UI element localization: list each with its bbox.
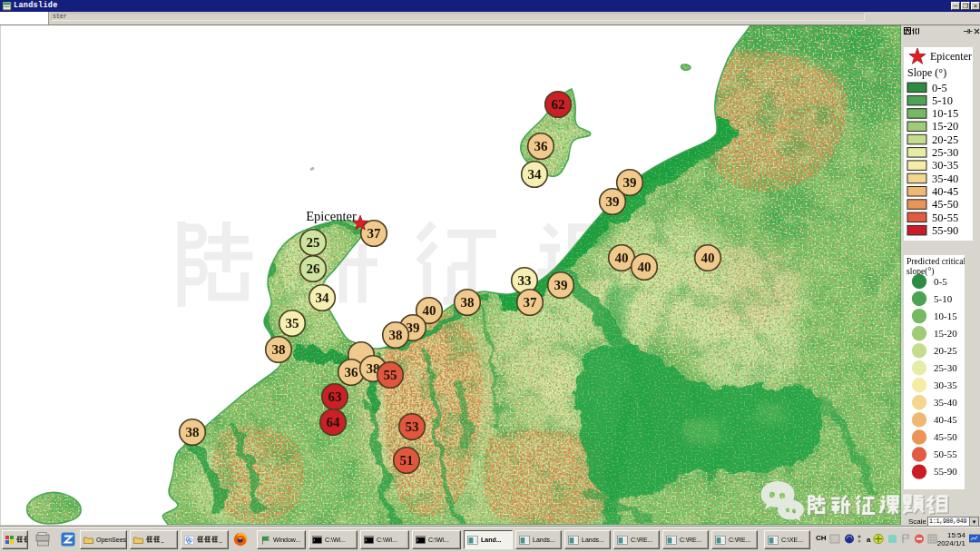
svg-text:20-25: 20-25 [934, 345, 957, 356]
svg-text:37: 37 [524, 295, 538, 310]
svg-text:39: 39 [606, 194, 620, 209]
svg-text:5-10: 5-10 [934, 293, 953, 304]
svg-text:25-30: 25-30 [934, 362, 957, 373]
svg-text:Predicted critical: Predicted critical [906, 256, 965, 266]
svg-text:36: 36 [534, 139, 549, 153]
svg-text:30-35: 30-35 [932, 159, 958, 172]
svg-text:25-30: 25-30 [932, 146, 958, 159]
svg-text:38: 38 [272, 342, 286, 357]
svg-text:37: 37 [368, 226, 382, 241]
svg-text:25: 25 [307, 235, 320, 250]
svg-text:40: 40 [615, 251, 629, 265]
svg-text:40-45: 40-45 [934, 414, 957, 425]
svg-text:50-55: 50-55 [934, 448, 957, 459]
svg-text:5-10: 5-10 [932, 94, 953, 107]
svg-text:40: 40 [701, 251, 715, 265]
svg-text:36: 36 [345, 365, 359, 380]
svg-text:10-15: 10-15 [934, 310, 957, 321]
svg-text:Epicenter: Epicenter [930, 50, 972, 63]
svg-text:55-90: 55-90 [934, 466, 957, 477]
svg-text:40-45: 40-45 [932, 185, 958, 198]
svg-text:55-90: 55-90 [932, 224, 958, 237]
svg-text:0-5: 0-5 [934, 276, 947, 287]
svg-text:38: 38 [186, 425, 200, 439]
svg-text:Epicenter: Epicenter [306, 209, 357, 223]
svg-text:45-50: 45-50 [932, 198, 958, 211]
svg-text:34: 34 [528, 167, 543, 182]
svg-text:45-50: 45-50 [934, 431, 957, 442]
svg-text:34: 34 [316, 291, 330, 305]
svg-text:35-40: 35-40 [932, 172, 958, 185]
svg-text:35-40: 35-40 [934, 397, 957, 408]
svg-text:30-35: 30-35 [934, 380, 957, 390]
svg-text:64: 64 [327, 415, 341, 429]
svg-text:50-55: 50-55 [932, 212, 958, 224]
svg-text:40: 40 [638, 260, 652, 274]
svg-text:51: 51 [400, 453, 414, 468]
svg-text:33: 33 [518, 273, 532, 288]
svg-text:40: 40 [423, 303, 436, 318]
svg-text:15-20: 15-20 [934, 328, 957, 339]
svg-text:39: 39 [554, 278, 568, 292]
svg-text:a: a [867, 536, 871, 544]
svg-text:20-25: 20-25 [932, 133, 958, 146]
svg-text:0-5: 0-5 [932, 82, 947, 94]
svg-text:Slope (°): Slope (°) [907, 66, 946, 79]
svg-text:38: 38 [389, 328, 403, 342]
svg-text:63: 63 [328, 389, 342, 404]
svg-text:53: 53 [406, 419, 419, 434]
svg-text:10-15: 10-15 [932, 107, 958, 120]
svg-text:15-20: 15-20 [932, 120, 958, 133]
svg-text:39: 39 [623, 175, 637, 190]
svg-text:26: 26 [307, 261, 321, 276]
svg-text:62: 62 [552, 97, 565, 112]
svg-text:55: 55 [384, 368, 397, 382]
svg-text:35: 35 [286, 316, 299, 330]
svg-text:38: 38 [461, 295, 475, 310]
